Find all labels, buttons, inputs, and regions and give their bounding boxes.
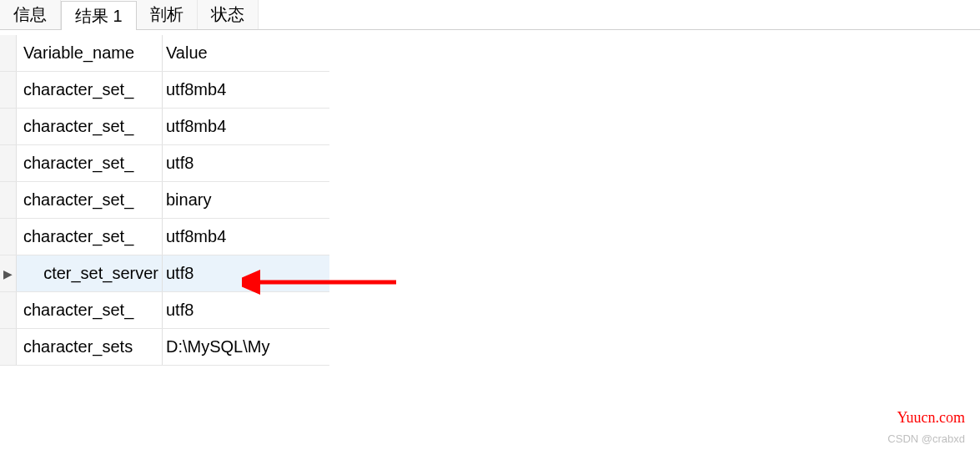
tab-info[interactable]: 信息 [0,0,61,29]
cell-variable-name: character_set_ [17,182,163,218]
column-header-value[interactable]: Value [163,35,329,71]
row-gutter [0,145,17,181]
table-row[interactable]: character_set_ utf8 [0,145,329,182]
tab-status[interactable]: 状态 [198,0,259,29]
cell-variable-name: cter_set_server [17,255,163,291]
cell-value: utf8mb4 [163,219,329,255]
tab-result-1[interactable]: 结果 1 [61,1,137,30]
table-header-row: Variable_name Value [0,35,329,72]
tab-profile[interactable]: 剖析 [137,0,198,29]
table-row[interactable]: character_sets D:\MySQL\My [0,329,329,366]
row-gutter [0,329,17,365]
tab-bar: 信息 结果 1 剖析 状态 [0,0,980,30]
row-marker-icon: ▶ [0,255,17,291]
row-gutter [0,219,17,255]
row-gutter [0,35,17,71]
cell-value: D:\MySQL\My [163,329,329,365]
watermark-yuucn: Yuucn.com [897,409,965,427]
table-row[interactable]: character_set_ binary [0,182,329,219]
table-row[interactable]: character_set_ utf8mb4 [0,109,329,145]
column-header-variable-name[interactable]: Variable_name [17,35,163,71]
row-gutter [0,109,17,144]
row-gutter [0,182,17,218]
table-row-selected[interactable]: ▶ cter_set_server utf8 [0,255,329,292]
cell-value: utf8mb4 [163,109,329,144]
row-gutter [0,72,17,108]
table-row[interactable]: character_set_ utf8mb4 [0,72,329,109]
cell-variable-name: character_set_ [17,72,163,108]
watermark-csdn: CSDN @crabxd [887,432,965,445]
cell-value: utf8 [163,145,329,181]
cell-variable-name: character_set_ [17,145,163,181]
cell-value: utf8mb4 [163,72,329,108]
cell-value: utf8 [163,292,329,328]
cell-value: binary [163,182,329,218]
cell-value: utf8 [163,255,329,291]
table-row[interactable]: character_set_ utf8mb4 [0,219,329,255]
cell-variable-name: character_set_ [17,109,163,144]
cell-variable-name: character_sets [17,329,163,365]
row-gutter [0,292,17,328]
table-row[interactable]: character_set_ utf8 [0,292,329,329]
cell-variable-name: character_set_ [17,292,163,328]
results-grid: Variable_name Value character_set_ utf8m… [0,35,329,366]
cell-variable-name: character_set_ [17,219,163,255]
